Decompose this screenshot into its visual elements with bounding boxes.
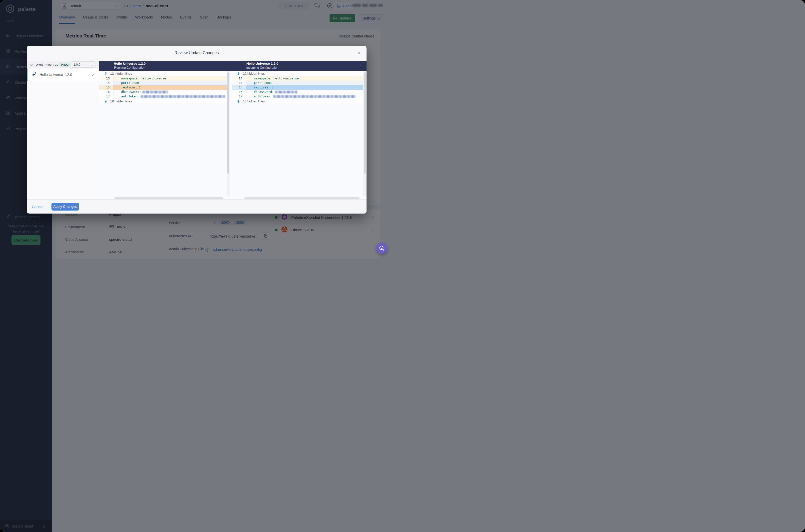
vertical-scrollbar[interactable] — [363, 71, 367, 196]
line-number: 17 — [99, 94, 113, 99]
hidden-lines-label: 18 hidden lines — [243, 99, 265, 103]
redacted-value — [141, 95, 225, 98]
app-window: palette 4.4.19 Project Overview Profiles… — [0, 0, 392, 259]
cancel-button[interactable]: Cancel — [32, 205, 43, 209]
yaml-key: namespace: — [121, 76, 139, 81]
check-icon: ✓ — [91, 72, 95, 77]
code-line[interactable]: 14port:8080 — [232, 81, 367, 85]
yaml-value: hello-universe — [273, 76, 299, 81]
chevron-down-icon — [31, 63, 33, 66]
code-line-changed[interactable]: 15replicas:3 — [232, 85, 367, 90]
modal-title-bar: Review Update Changes ✕ — [27, 46, 367, 61]
review-update-changes-modal: Review Update Changes ✕ AWS-PROFILE PROJ… — [27, 46, 367, 213]
code-line[interactable]: 17authToken: — [99, 94, 230, 99]
hidden-lines-toggle[interactable]: 18 hidden lines — [99, 99, 230, 104]
diff-viewer: Hello Universe 1.2.0 Running Configurati… — [99, 61, 367, 199]
redacted-value — [275, 91, 297, 93]
panel-divider — [230, 71, 232, 199]
profile-version-value: 1.0.0 — [73, 63, 80, 66]
code-line[interactable]: 13namespace:hello-universe — [232, 76, 367, 81]
profile-name: AWS-PROFILE — [36, 63, 59, 66]
rocket-icon — [32, 72, 36, 77]
yaml-value: 2 — [139, 85, 141, 90]
yaml-key: dbPassword: — [121, 90, 141, 94]
hidden-lines-toggle[interactable]: 18 hidden lines — [232, 99, 367, 104]
panel-subtitle: Incoming Configuration — [232, 66, 292, 70]
yaml-value: hello-universe — [141, 76, 166, 81]
hidden-lines-toggle[interactable]: 12 hidden lines — [232, 71, 367, 76]
profile-selector-row[interactable]: AWS-PROFILE PROJ 1.0.0 — [27, 61, 99, 69]
horizontal-scrollbar[interactable] — [99, 196, 227, 199]
code-line[interactable]: 16dbPassword: — [232, 90, 367, 94]
profile-version-select[interactable]: 1.0.0 — [71, 61, 95, 68]
apply-changes-button[interactable]: Apply Changes — [52, 203, 79, 211]
hidden-lines-label: 12 hidden lines — [110, 72, 132, 75]
yaml-key: namespace: — [254, 76, 272, 81]
incoming-configuration-panel: 12 hidden lines 13namespace:hello-univer… — [232, 71, 367, 199]
vertical-scrollbar[interactable] — [227, 71, 230, 196]
modal-footer: Cancel Apply Changes — [27, 199, 367, 213]
line-number: 17 — [232, 94, 246, 99]
unfold-lines-icon — [237, 100, 240, 103]
panel-subtitle: Running Configuration — [100, 66, 160, 70]
redacted-value — [273, 95, 356, 98]
profile-item-hello-universe[interactable]: Hello Universe 1.2.0 ✓ — [27, 69, 99, 81]
yaml-key: authToken: — [121, 94, 139, 99]
hidden-lines-label: 12 hidden lines — [243, 72, 265, 75]
yaml-key: dbPassword: — [254, 90, 274, 94]
unfold-lines-icon — [104, 72, 108, 75]
redacted-value — [143, 91, 168, 93]
line-number: 14 — [99, 81, 113, 85]
running-configuration-panel: 12 hidden lines 13namespace:hello-univer… — [99, 71, 230, 199]
hidden-lines-toggle[interactable]: 12 hidden lines — [99, 71, 230, 76]
support-search-fab[interactable] — [376, 243, 387, 254]
code-line[interactable]: 16dbPassword: — [99, 90, 230, 94]
yaml-key: authToken: — [254, 94, 272, 99]
yaml-key: port: — [121, 81, 130, 85]
line-number: 15 — [99, 85, 113, 90]
panel-title: Hello Universe 1.2.0 — [232, 62, 292, 66]
line-number: 13 — [99, 76, 113, 81]
hidden-lines-label: 18 hidden lines — [110, 99, 132, 103]
yaml-value: 8080 — [264, 81, 272, 85]
chevron-down-icon — [91, 63, 93, 66]
running-config-header: Hello Universe 1.2.0 Running Configurati… — [100, 62, 160, 70]
modal-title: Review Update Changes — [27, 51, 367, 55]
search-smile-icon — [378, 245, 385, 251]
line-number: 13 — [232, 76, 246, 81]
kebab-menu-icon[interactable]: ⋮ — [359, 63, 363, 68]
code-line[interactable]: 13namespace:hello-universe — [99, 76, 230, 81]
yaml-key: replicas: — [254, 85, 270, 90]
yaml-value: 8080 — [132, 81, 139, 85]
scope-badge: PROJ — [59, 62, 71, 67]
panel-title: Hello Universe 1.2.0 — [100, 62, 160, 66]
code-line[interactable]: 17authToken: — [232, 94, 367, 99]
profile-item-label: Hello Universe 1.2.0 — [39, 73, 89, 77]
incoming-config-header: Hello Universe 1.2.0 Incoming Configurat… — [232, 62, 292, 70]
close-icon[interactable]: ✕ — [357, 51, 360, 56]
horizontal-scrollbar[interactable] — [232, 196, 363, 199]
yaml-key: port: — [254, 81, 263, 85]
code-line[interactable]: 14port:8080 — [99, 81, 230, 85]
code-line-changed[interactable]: 15replicas:2 — [99, 85, 230, 90]
unfold-lines-icon — [237, 72, 240, 75]
yaml-key: replicas: — [121, 85, 137, 90]
unfold-lines-icon — [104, 100, 108, 103]
yaml-value: 3 — [272, 85, 273, 90]
line-number: 15 — [232, 85, 246, 90]
line-number: 16 — [232, 90, 246, 94]
diff-header: Hello Universe 1.2.0 Running Configurati… — [99, 61, 367, 71]
line-number: 16 — [99, 90, 113, 94]
profiles-pane: AWS-PROFILE PROJ 1.0.0 Hello Universe 1.… — [27, 61, 99, 199]
line-number: 14 — [232, 81, 246, 85]
